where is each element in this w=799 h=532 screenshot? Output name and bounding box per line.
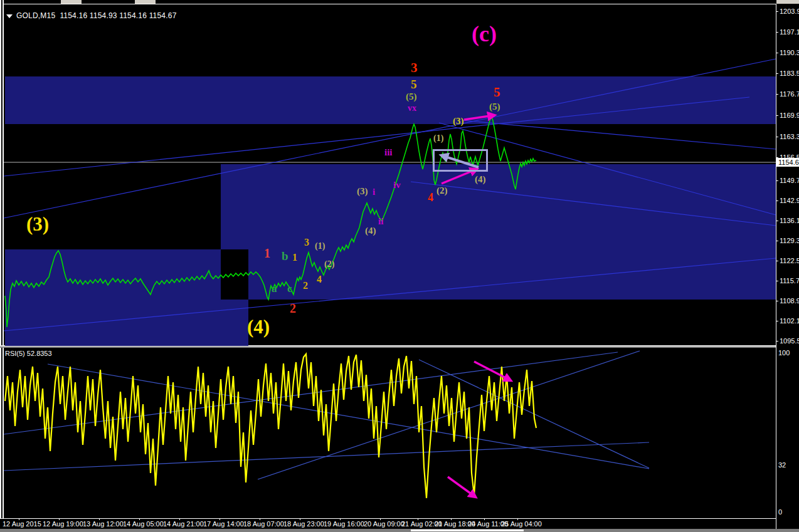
trendline[interactable] <box>462 120 776 149</box>
wave-label[interactable]: (c) <box>472 23 497 45</box>
wave-label[interactable]: 1 <box>292 253 297 263</box>
trendline[interactable] <box>4 258 776 331</box>
arrow-object[interactable] <box>448 477 475 497</box>
wave-label[interactable]: vx <box>408 104 416 113</box>
trendline[interactable] <box>411 182 776 226</box>
wave-label[interactable]: a <box>272 283 277 294</box>
wave-label[interactable]: (1) <box>433 134 443 143</box>
wave-label[interactable]: 3 <box>411 61 418 75</box>
wave-label[interactable]: (5) <box>406 92 417 102</box>
wave-label[interactable]: (3) <box>26 214 49 234</box>
chart-objects-overlay <box>0 0 799 532</box>
wave-label[interactable]: c <box>287 283 292 294</box>
wave-label[interactable]: iv <box>393 180 401 190</box>
wave-label[interactable]: (2) <box>437 186 448 196</box>
wave-label[interactable]: (4) <box>247 317 270 336</box>
wave-label[interactable]: (4) <box>475 175 486 184</box>
wave-label[interactable]: (1) <box>315 242 325 251</box>
rsi-series-line <box>5 354 536 498</box>
trendline[interactable] <box>439 123 776 215</box>
wave-label[interactable]: 2 <box>303 281 308 291</box>
chevron-down-icon[interactable] <box>6 14 13 18</box>
wave-label[interactable]: 5 <box>411 78 417 90</box>
wave-label[interactable]: 4 <box>428 192 433 203</box>
rsi-trendline[interactable] <box>4 442 649 471</box>
chart-title: GOLD,M15 1154.16 1154.93 1154.16 1154.67 <box>6 11 177 20</box>
wave-label[interactable]: b <box>282 250 288 262</box>
wave-label[interactable]: 5 <box>494 86 500 99</box>
wave-label[interactable]: (3) <box>453 117 464 126</box>
wave-label[interactable]: (4) <box>365 226 376 236</box>
wave-label[interactable]: (2) <box>324 260 334 269</box>
wave-label[interactable]: 2 <box>290 302 296 315</box>
symbol-label: GOLD,M15 <box>16 11 55 20</box>
arrow-object[interactable] <box>464 115 494 120</box>
wave-label[interactable]: (3) <box>357 187 368 196</box>
consolidation-rectangle[interactable] <box>433 149 488 172</box>
metatrader-chart-window: 12 Aug 201512 Aug 19:0013 Aug 12:0014 Au… <box>0 0 799 532</box>
wave-label[interactable]: ii <box>378 217 383 226</box>
wave-label[interactable]: 1 <box>264 247 270 259</box>
wave-label[interactable]: (5) <box>489 102 500 112</box>
wave-label[interactable]: 3 <box>304 237 309 248</box>
ohlc-values: 1154.16 1154.93 1154.16 1154.67 <box>60 11 176 20</box>
wave-label[interactable]: 4 <box>317 274 322 284</box>
wave-label[interactable]: iii <box>384 148 393 157</box>
rsi-label: RSI(5) 52.8353 <box>5 350 52 357</box>
wave-label[interactable]: i <box>373 187 375 197</box>
